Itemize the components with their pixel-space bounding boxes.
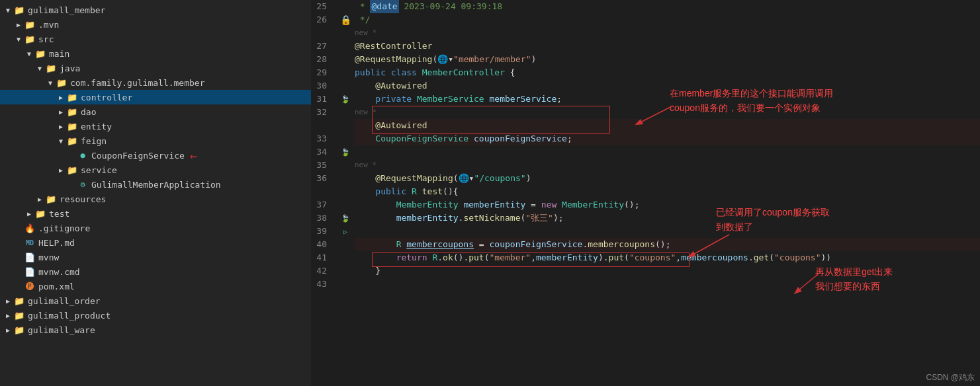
code-line-41: R membercoupons = couponFeignService.mem… <box>355 238 980 251</box>
expand-arrow: ▶ <box>13 21 24 28</box>
tree-item-com-family[interactable]: ▼ 📁 com.family.gulimall.member <box>0 75 311 90</box>
tree-item-gitignore[interactable]: 🔥 .gitignore <box>0 221 311 235</box>
folder-icon: 📁 <box>34 49 46 59</box>
tree-item-gulimall-ware[interactable]: ▶ 📁 gulimall_ware <box>0 323 311 337</box>
app-icon: ⚙ <box>77 180 89 189</box>
folder-icon: 📁 <box>45 194 57 204</box>
tree-item-coupon-feign-service[interactable]: ● CouponFeignService ← <box>0 148 311 163</box>
code-line-36: @RequestMapping(🌐▾"/coupons") <box>355 172 980 185</box>
file-tree[interactable]: ▼ 📁 gulimall_member ▶ 📁 .mvn ▼ 📁 src ▼ 📁… <box>0 0 311 386</box>
code-line-34: CouponFeignService couponFeignService; <box>355 132 980 145</box>
mvnwcmd-icon: 📄 <box>24 267 36 277</box>
tree-item-help-md[interactable]: MD HELP.md <box>0 235 311 250</box>
tree-label: .mvn <box>38 20 59 30</box>
tree-item-gulimall-product[interactable]: ▶ 📁 gulimall_product <box>0 308 311 323</box>
folder-icon: 📁 <box>13 325 25 335</box>
tree-label: feign <box>81 136 107 146</box>
tree-item-mvn[interactable]: ▶ 📁 .mvn <box>0 17 311 32</box>
tree-item-resources[interactable]: ▶ 📁 resources <box>0 192 311 206</box>
code-line-25: * @date 2023-09-24 09:39:18 <box>355 0 980 13</box>
expand-arrow: ▶ <box>3 327 13 334</box>
tree-label: pom.xml <box>38 282 75 291</box>
tree-label: HELP.md <box>38 238 75 248</box>
tree-item-test[interactable]: ▶ 📁 test <box>0 206 311 221</box>
code-line-blank-new: new * <box>355 26 980 40</box>
expand-arrow: ▶ <box>3 297 13 305</box>
code-line-27: @RestController <box>355 40 980 53</box>
code-line-blank-new3: new * <box>355 159 980 172</box>
tree-item-mvnw[interactable]: 📄 mvnw <box>0 250 311 264</box>
expand-arrow: ▼ <box>45 79 56 87</box>
tree-item-service[interactable]: ▶ 📁 service <box>0 163 311 177</box>
gitignore-icon: 🔥 <box>24 223 36 233</box>
tree-label: com.family.gulimall.member <box>70 78 205 88</box>
folder-icon: 📁 <box>66 165 78 175</box>
code-editor: 25 26 27 28 29 30 31 32 33 34 35 36 37 3… <box>311 0 980 386</box>
expand-arrow: ▼ <box>13 36 24 43</box>
tree-label: service <box>81 165 117 175</box>
tree-item-gulimall-order[interactable]: ▶ 📁 gulimall_order <box>0 293 311 308</box>
code-line-29: public class MemberController { <box>355 66 980 79</box>
expand-arrow: ▼ <box>56 137 66 145</box>
expand-arrow: ▶ <box>56 123 66 130</box>
tree-label: test <box>49 209 69 219</box>
folder-icon: 📁 <box>66 107 78 117</box>
folder-icon: 📁 <box>13 311 25 321</box>
tree-label: CouponFeignService <box>91 151 185 161</box>
code-line-35 <box>355 145 980 159</box>
code-area: 25 26 27 28 29 30 31 32 33 34 35 36 37 3… <box>311 0 980 386</box>
tree-item-main[interactable]: ▼ 📁 main <box>0 46 311 61</box>
tree-item-pom-xml[interactable]: 🅟 pom.xml <box>0 279 311 293</box>
folder-icon: 📁 <box>24 20 36 30</box>
tree-label: GulimallMemberApplication <box>91 180 221 190</box>
code-line-blank-new2: new * <box>355 106 980 119</box>
folder-icon: 📁 <box>56 78 67 88</box>
code-line-38: MemberEntity memberEntity = new MemberEn… <box>355 198 980 212</box>
tree-label: java <box>60 63 80 73</box>
folder-icon: 📁 <box>13 5 25 15</box>
tree-label: entity <box>81 122 112 132</box>
tree-item-gulimall-app[interactable]: ⚙ GulimallMemberApplication <box>0 177 311 192</box>
tree-label: gulimall_order <box>28 296 101 306</box>
code-line-26: */ <box>355 13 980 26</box>
expand-arrow: ▶ <box>56 167 66 174</box>
annotation-label-2: 已经调用了coupon服务获取 到数据了 <box>716 205 830 235</box>
tree-label: main <box>49 49 69 59</box>
folder-icon: 📁 <box>13 296 25 306</box>
tree-item-java[interactable]: ▼ 📁 java <box>0 61 311 75</box>
tree-item-gulimall-member[interactable]: ▼ 📁 gulimall_member <box>0 3 311 17</box>
tree-item-src[interactable]: ▼ 📁 src <box>0 32 311 46</box>
expand-arrow: ▶ <box>56 94 66 101</box>
interface-icon: ● <box>77 151 89 160</box>
gutter: 🔒 🍃 🍃 🍃 ▷ <box>339 0 352 386</box>
code-line-42: return R.ok().put("member",memberEntity)… <box>355 251 980 264</box>
tree-label: resources <box>60 194 106 204</box>
tree-item-controller[interactable]: ▶ 📁 controller <box>0 90 311 104</box>
tree-item-dao[interactable]: ▶ 📁 dao <box>0 104 311 119</box>
tree-label: gulimall_ware <box>28 325 95 335</box>
tree-item-entity[interactable]: ▶ 📁 entity <box>0 119 311 134</box>
xml-icon: 🅟 <box>24 282 36 291</box>
expand-arrow: ▶ <box>34 196 45 203</box>
tree-label: mvnw <box>38 252 59 262</box>
expand-arrow: ▼ <box>24 50 34 58</box>
code-line-39: memberEntity.setNickname("张三"); <box>355 212 980 225</box>
arrow-indicator: ← <box>190 149 197 163</box>
tree-label: controller <box>81 93 132 102</box>
csdn-badge: CSDN @鸡东 <box>926 372 975 383</box>
tree-label: dao <box>81 107 96 117</box>
folder-icon: 📁 <box>66 122 78 132</box>
code-line-31: private MemberService memberService; <box>355 93 980 106</box>
folder-icon: 📁 <box>24 34 36 44</box>
tree-item-feign[interactable]: ▼ 📁 feign <box>0 134 311 148</box>
folder-icon: 📁 <box>66 93 78 102</box>
tree-item-mvnw-cmd[interactable]: 📄 mvnw.cmd <box>0 264 311 279</box>
expand-arrow: ▼ <box>34 65 45 72</box>
code-line-30: @Autowired <box>355 79 980 93</box>
expand-arrow: ▶ <box>3 312 13 319</box>
folder-icon: 📁 <box>45 63 57 73</box>
mvnw-icon: 📄 <box>24 252 36 262</box>
code-line-28: @RequestMapping(🌐▾"member/member") <box>355 53 980 66</box>
tree-label: mvnw.cmd <box>38 267 80 277</box>
line-numbers: 25 26 27 28 29 30 31 32 33 34 35 36 37 3… <box>311 0 339 386</box>
